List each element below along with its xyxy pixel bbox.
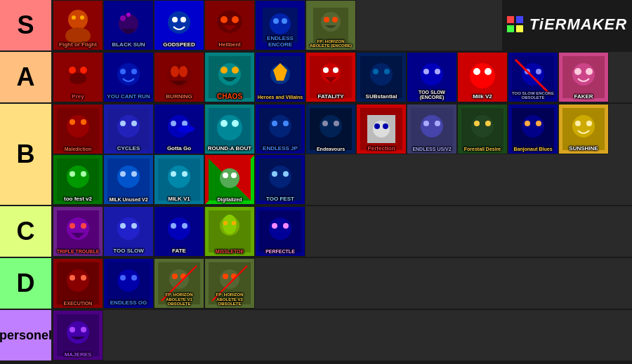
tier-item[interactable]: FATALITY <box>305 52 356 102</box>
tier-item[interactable]: Forestall Desire <box>457 104 508 154</box>
tier-item[interactable]: FP: HORIZON ABOLETE (ENCORE) <box>305 0 356 50</box>
tier-item[interactable]: MAJERES <box>53 310 103 360</box>
svg-point-155 <box>117 269 140 292</box>
tier-item[interactable]: PERFECTLE <box>255 206 305 257</box>
tier-items-a: Prey YOU CANT RUN <box>53 52 632 102</box>
item-label: Milk V2 <box>458 94 507 100</box>
tier-item[interactable]: MILK Unused V2 <box>103 154 154 205</box>
svg-point-134 <box>117 217 140 240</box>
tier-item[interactable]: Digitalized <box>204 154 255 205</box>
item-label: Hellbent <box>205 42 254 48</box>
svg-point-118 <box>171 171 176 177</box>
tier-item[interactable]: GODSPEED <box>154 0 204 50</box>
tier-item[interactable]: BURNING <box>154 52 204 102</box>
tier-item[interactable]: SUBstantial <box>356 52 407 102</box>
item-label: PERFECTLE <box>256 249 305 255</box>
svg-point-47 <box>423 69 429 74</box>
tier-item[interactable]: EXECUTION <box>53 258 103 309</box>
svg-point-5 <box>120 15 126 21</box>
svg-point-131 <box>70 223 75 229</box>
svg-point-136 <box>131 223 137 229</box>
item-label: CHAOS <box>205 93 254 100</box>
svg-point-2 <box>72 15 76 20</box>
svg-point-24 <box>70 73 86 84</box>
svg-point-22 <box>69 67 76 74</box>
tier-item[interactable]: TRIPLE TROUBLE <box>53 206 103 257</box>
svg-point-97 <box>471 115 494 137</box>
tier-label-c: C <box>0 206 53 257</box>
item-label: MAJERES <box>53 352 103 358</box>
svg-point-60 <box>574 68 581 75</box>
tier-item[interactable]: Fight or Flight <box>53 0 103 50</box>
svg-point-50 <box>470 63 495 88</box>
tier-item[interactable]: Prey <box>53 52 103 102</box>
tier-item[interactable]: Heroes and Villains <box>255 52 305 102</box>
tier-item[interactable]: TOO FEST <box>255 154 305 205</box>
tier-item[interactable]: BLACK SUN <box>103 0 154 50</box>
svg-point-82 <box>283 121 289 126</box>
tier-item[interactable]: FP: HORIZON ABOLETE V1 OBSOLETE <box>154 258 204 309</box>
tier-item[interactable]: FP: HORIZON ABOLETE V2 OBSOLETE <box>204 258 255 309</box>
svg-point-113 <box>117 166 140 188</box>
item-label: ENDLESS JP <box>256 146 305 152</box>
svg-point-32 <box>218 63 241 86</box>
tier-item[interactable]: TOO SLOW ENCORE OBSOLETE <box>508 52 558 102</box>
svg-point-165 <box>223 274 228 279</box>
tier-item[interactable]: ENDLESS OG <box>103 258 154 309</box>
tier-item[interactable]: MISSLETOE <box>204 206 255 257</box>
svg-point-18 <box>321 12 341 32</box>
svg-point-90 <box>374 123 380 129</box>
tier-item-chaos[interactable]: CHAOS <box>204 52 255 102</box>
tier-item[interactable]: ENDLESS ENCORE <box>255 0 305 50</box>
tier-label-b: B <box>0 104 53 205</box>
tier-item[interactable]: Banjonaut Blues <box>508 104 558 154</box>
tier-item[interactable]: FATE <box>154 206 204 257</box>
svg-point-135 <box>120 223 126 229</box>
svg-point-56 <box>536 69 541 74</box>
tier-item[interactable]: Hellbent <box>204 0 255 50</box>
tier-item[interactable]: SUNSHINE <box>558 104 609 154</box>
svg-point-153 <box>81 275 86 281</box>
svg-point-65 <box>81 119 86 125</box>
tier-item[interactable]: Malediction <box>53 104 103 154</box>
svg-point-147 <box>269 217 291 240</box>
svg-point-51 <box>473 68 480 75</box>
svg-point-138 <box>168 217 190 240</box>
item-label: ROUND-A BOUT <box>205 146 254 152</box>
tier-item[interactable]: FAKER <box>558 52 609 102</box>
svg-point-40 <box>333 67 338 73</box>
tier-item[interactable]: Gotta Go <box>154 104 204 154</box>
item-label: Fight or Flight <box>53 42 103 48</box>
tier-item[interactable]: CYCLES <box>103 104 154 154</box>
svg-point-91 <box>383 123 388 129</box>
tier-label-personel: personel <box>0 310 53 360</box>
item-label: Perfection <box>357 146 406 152</box>
tier-label-s: S <box>0 0 53 50</box>
svg-point-81 <box>272 121 277 126</box>
tier-item[interactable]: ENDLESS JP <box>255 104 305 154</box>
tier-item[interactable]: MILK V1 <box>154 154 204 205</box>
tier-item[interactable]: Endeavours <box>305 104 356 154</box>
tier-item[interactable]: too fest v2 <box>53 154 103 205</box>
svg-point-171 <box>81 327 86 332</box>
svg-point-164 <box>220 269 239 289</box>
svg-point-109 <box>67 166 89 188</box>
svg-point-72 <box>171 121 176 126</box>
item-label: BLACK SUN <box>104 42 153 48</box>
svg-point-144 <box>223 221 228 225</box>
svg-point-43 <box>373 69 378 74</box>
tier-item[interactable]: Perfection <box>356 104 407 154</box>
tier-item[interactable]: TOO SLOW <box>103 206 154 257</box>
tier-item[interactable]: ENDLESS US/V2 <box>407 104 457 154</box>
tier-item[interactable]: Milk V2 <box>457 52 508 102</box>
svg-point-101 <box>522 115 544 137</box>
svg-point-114 <box>120 171 126 177</box>
item-label: TOO SLOW ENCORE OBSOLETE <box>508 91 558 100</box>
svg-point-86 <box>334 121 339 126</box>
tier-item[interactable]: TOO SLOW (ENCORE) <box>407 52 457 102</box>
item-label: YOU CANT RUN <box>104 94 153 100</box>
svg-point-119 <box>182 171 187 177</box>
tier-item[interactable]: ROUND-A BOUT <box>204 104 255 154</box>
svg-point-11 <box>220 16 228 23</box>
tier-item[interactable]: YOU CANT RUN <box>103 52 154 102</box>
